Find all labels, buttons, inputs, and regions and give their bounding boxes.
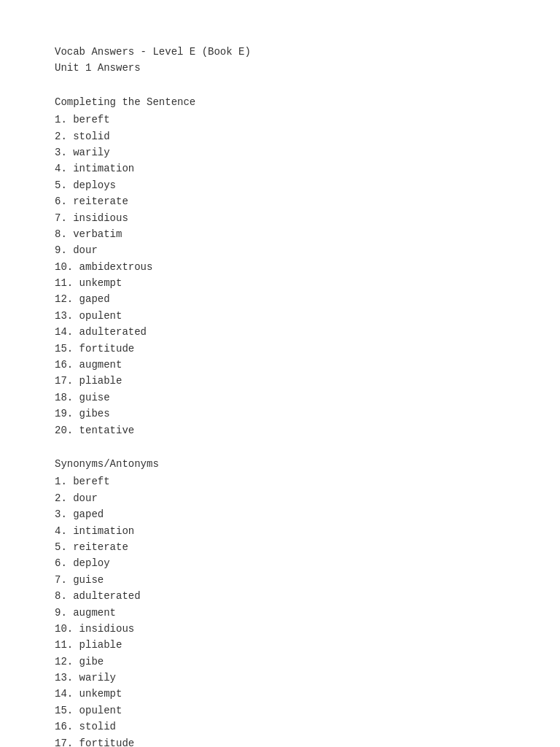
list-item: 9. dour [55,242,505,258]
synonyms-antonyms-list: 1. bereft2. dour3. gaped4. intimation5. … [55,473,505,747]
list-item: 16. stolid [55,719,505,735]
list-item: 5. deploys [55,177,505,193]
list-item: 4. intimation [55,523,505,539]
list-item: 14. adulterated [55,324,505,340]
list-item: 13. opulent [55,308,505,324]
list-item: 17. pliable [55,373,505,389]
list-item: 6. reiterate [55,193,505,209]
header-line2: Unit 1 Answers [55,60,505,76]
completing-the-sentence-section: Completing the Sentence 1. bereft2. stol… [55,94,505,438]
completing-the-sentence-list: 1. bereft2. stolid3. warily4. intimation… [55,112,505,438]
header-section: Vocab Answers - Level E (Book E) Unit 1 … [55,44,505,77]
list-item: 20. tentative [55,422,505,438]
list-item: 19. gibes [55,406,505,422]
list-item: 12. gibe [55,654,505,670]
list-item: 14. unkempt [55,686,505,702]
synonyms-antonyms-title: Synonyms/Antonyms [55,456,505,472]
list-item: 2. stolid [55,128,505,144]
list-item: 7. insidious [55,210,505,226]
list-item: 1. bereft [55,112,505,128]
list-item: 10. insidious [55,621,505,637]
list-item: 4. intimation [55,160,505,177]
completing-the-sentence-title: Completing the Sentence [55,94,505,110]
list-item: 15. opulent [55,703,505,719]
list-item: 3. warily [55,144,505,160]
list-item: 11. unkempt [55,275,505,291]
list-item: 3. gaped [55,506,505,522]
list-item: 2. dour [55,490,505,506]
list-item: 6. deploy [55,555,505,571]
header-line1: Vocab Answers - Level E (Book E) [55,44,505,60]
list-item: 7. guise [55,572,505,588]
list-item: 13. warily [55,670,505,686]
list-item: 17. fortitude [55,735,505,747]
list-item: 8. verbatim [55,226,505,242]
list-item: 8. adulterated [55,588,505,604]
list-item: 12. gaped [55,291,505,307]
list-item: 9. augment [55,605,505,621]
list-item: 5. reiterate [55,539,505,555]
page-content: Vocab Answers - Level E (Book E) Unit 1 … [55,44,505,747]
list-item: 16. augment [55,357,505,373]
list-item: 15. fortitude [55,341,505,357]
list-item: 18. guise [55,390,505,406]
list-item: 1. bereft [55,473,505,489]
synonyms-antonyms-section: Synonyms/Antonyms 1. bereft2. dour3. gap… [55,456,505,747]
list-item: 10. ambidextrous [55,259,505,275]
list-item: 11. pliable [55,637,505,653]
